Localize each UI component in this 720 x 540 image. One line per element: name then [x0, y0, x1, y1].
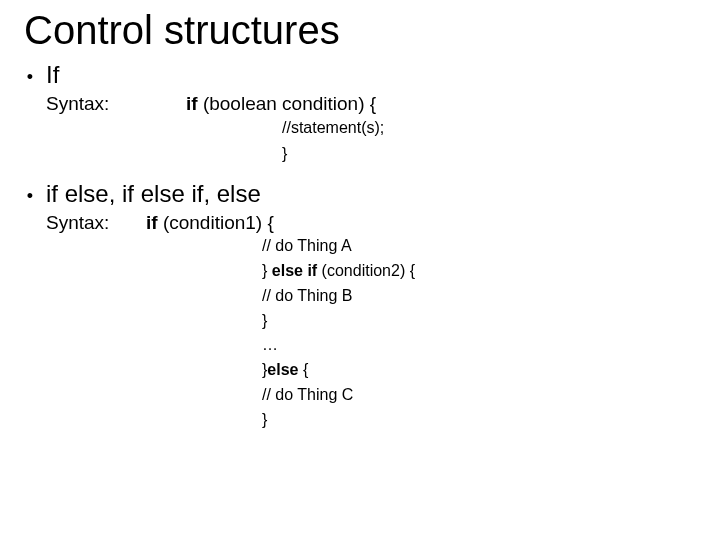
bullet-dot-icon: •: [22, 65, 38, 89]
elseif-line: } else if (condition2) {: [262, 259, 700, 284]
else-line: }else {: [262, 358, 700, 383]
elseif-close-brace: }: [262, 262, 272, 279]
syntax-label: Syntax:: [46, 93, 186, 115]
syntax-label: Syntax:: [46, 212, 146, 234]
page-title: Control structures: [24, 8, 700, 53]
else-open-brace: {: [298, 361, 308, 378]
section-ifelse: Syntax: if (condition1) { // do Thing A …: [46, 212, 700, 432]
bullet-if: • If: [22, 61, 700, 89]
bullet-dot-icon: •: [22, 184, 38, 208]
elseif-keyword: else if: [272, 262, 317, 279]
bullet-ifelse: • if else, if else if, else: [22, 180, 700, 208]
bullet-ifelse-label: if else, if else if, else: [46, 180, 261, 208]
if-keyword: if: [146, 212, 158, 233]
if-condition: (boolean condition) {: [198, 93, 377, 114]
end-close-brace: }: [262, 408, 700, 433]
ifelse-syntax-row: Syntax: if (condition1) {: [46, 212, 700, 234]
if-close-brace: }: [282, 141, 700, 167]
if-keyword: if: [186, 93, 198, 114]
ellipsis: …: [262, 333, 700, 358]
thing-a: // do Thing A: [262, 234, 700, 259]
section-if: Syntax: if (boolean condition) { //state…: [46, 93, 700, 166]
if-statement: //statement(s);: [282, 115, 700, 141]
if-syntax-row: Syntax: if (boolean condition) {: [46, 93, 700, 115]
mid-close-brace: }: [262, 309, 700, 334]
else-keyword: else: [267, 361, 298, 378]
cond2: (condition2) {: [317, 262, 415, 279]
if-line: if (boolean condition) {: [186, 93, 376, 115]
bullet-if-label: If: [46, 61, 59, 89]
cond1: (condition1) {: [158, 212, 274, 233]
thing-b: // do Thing B: [262, 284, 700, 309]
if-body: //statement(s); }: [282, 115, 700, 166]
ifelse-body: // do Thing A } else if (condition2) { /…: [262, 234, 700, 432]
ifelse-line1: if (condition1) {: [146, 212, 274, 234]
thing-c: // do Thing C: [262, 383, 700, 408]
slide: Control structures • If Syntax: if (bool…: [0, 0, 720, 540]
